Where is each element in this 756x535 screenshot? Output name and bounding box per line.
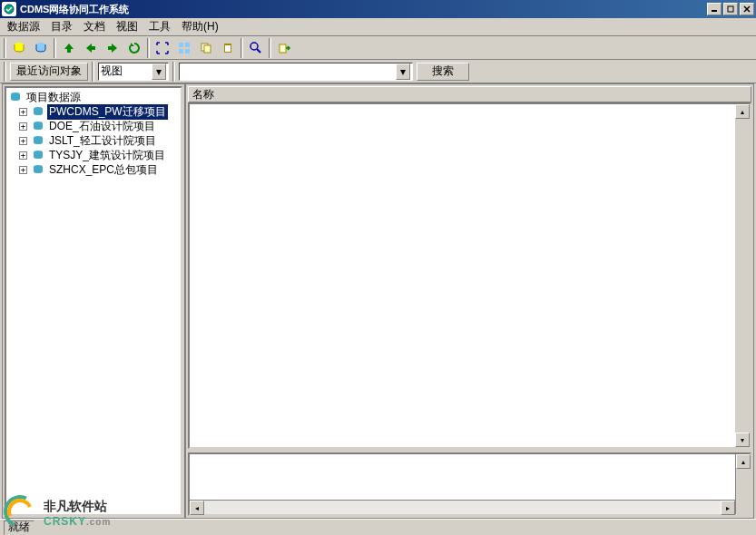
content-area: 名称 ▴ ▾ ▴ ◂ ▸ — [186, 84, 753, 518]
search-icon[interactable] — [246, 38, 266, 58]
datasource2-icon[interactable] — [31, 38, 51, 58]
forward-icon[interactable] — [103, 38, 123, 58]
expand-icon[interactable]: + — [19, 108, 27, 116]
search-combo[interactable]: ▾ — [179, 63, 413, 81]
folder-icon — [31, 105, 45, 118]
window-title: CDMS网络协同工作系统 — [20, 3, 705, 16]
folder-icon — [31, 149, 45, 161]
maximize-button[interactable] — [723, 3, 738, 15]
app-icon — [2, 2, 16, 16]
expand-icon[interactable]: + — [19, 151, 27, 160]
minimize-button[interactable] — [707, 3, 722, 15]
grid-icon[interactable] — [174, 38, 194, 58]
search-input[interactable] — [180, 63, 396, 80]
svg-rect-12 — [204, 45, 211, 53]
expand-icon[interactable]: + — [19, 137, 27, 145]
scroll-up-icon[interactable]: ▴ — [735, 104, 750, 119]
tree-item-label: TYSJY_建筑设计院项目 — [47, 148, 167, 163]
view-combo-input[interactable] — [99, 63, 152, 80]
tree-item[interactable]: + DOE_石油设计院项目 — [19, 119, 179, 133]
vertical-scrollbar[interactable]: ▴ — [735, 454, 750, 514]
expand-icon[interactable]: + — [19, 122, 27, 131]
scroll-down-icon[interactable]: ▾ — [735, 433, 750, 447]
chevron-down-icon[interactable]: ▾ — [152, 63, 166, 80]
tree-item-label: DOE_石油设计院项目 — [47, 119, 157, 134]
back-icon[interactable] — [81, 38, 101, 58]
svg-rect-2 — [728, 6, 733, 12]
status-bar: 就绪 — [0, 519, 756, 535]
tree-view[interactable]: 项目数据源 + PWCDMS_PW迁移项目 + DOE_石油设计院项目 + — [5, 86, 182, 516]
svg-rect-14 — [225, 45, 231, 52]
search-button[interactable]: 搜索 — [417, 63, 469, 81]
tree-root-label: 项目数据源 — [25, 90, 83, 105]
copy-icon[interactable] — [196, 38, 216, 58]
main-area: 项目数据源 + PWCDMS_PW迁移项目 + DOE_石油设计院项目 + — [2, 83, 754, 519]
status-text: 就绪 — [4, 520, 34, 535]
bottom-panel: ▴ ◂ ▸ — [188, 452, 751, 516]
folder-icon — [31, 134, 45, 147]
tree-item-label: JSLT_轻工设计院项目 — [47, 133, 158, 149]
menu-tools[interactable]: 工具 — [143, 17, 176, 36]
svg-rect-9 — [179, 49, 183, 54]
tree-item-label: SZHCX_EPC总包项目 — [47, 162, 160, 178]
expand-icon[interactable] — [152, 38, 172, 58]
menu-datasource[interactable]: 数据源 — [2, 17, 45, 36]
tree-item-label: PWCDMS_PW迁移项目 — [47, 104, 168, 120]
chevron-down-icon[interactable]: ▾ — [396, 63, 410, 80]
toolbar-search: 最近访问对象 ▾ ▾ 搜索 — [0, 60, 756, 83]
scroll-up-icon[interactable]: ▴ — [736, 454, 751, 469]
svg-point-15 — [250, 43, 258, 50]
menu-help[interactable]: 帮助(H) — [176, 17, 224, 36]
toolbar-main — [0, 36, 756, 60]
menu-catalog[interactable]: 目录 — [45, 17, 78, 36]
tree-root-node[interactable]: 项目数据源 — [8, 90, 179, 104]
recent-objects-button[interactable]: 最近访问对象 — [10, 63, 88, 81]
database-icon — [8, 91, 23, 103]
svg-rect-17 — [280, 44, 286, 53]
refresh-icon[interactable] — [124, 38, 144, 58]
close-button[interactable] — [740, 3, 754, 15]
tree-item[interactable]: + TYSJY_建筑设计院项目 — [19, 148, 179, 162]
list-column-header[interactable]: 名称 — [188, 86, 751, 102]
view-combo[interactable]: ▾ — [98, 63, 169, 81]
paste-icon[interactable] — [218, 38, 238, 58]
tree-item[interactable]: + PWCDMS_PW迁移项目 — [19, 104, 179, 119]
menu-document[interactable]: 文档 — [78, 17, 111, 36]
datasource-icon[interactable] — [9, 38, 29, 58]
scroll-right-icon[interactable]: ▸ — [721, 501, 735, 515]
sidebar: 项目数据源 + PWCDMS_PW迁移项目 + DOE_石油设计院项目 + — [3, 84, 186, 518]
folder-icon — [31, 120, 45, 132]
scroll-left-icon[interactable]: ◂ — [190, 501, 204, 515]
svg-line-16 — [257, 49, 260, 53]
export-icon[interactable] — [274, 38, 294, 58]
svg-rect-10 — [185, 49, 190, 54]
tree-item[interactable]: + JSLT_轻工设计院项目 — [19, 133, 179, 148]
menu-bar: 数据源 目录 文档 视图 工具 帮助(H) — [0, 18, 756, 36]
up-icon[interactable] — [59, 38, 79, 58]
menu-view[interactable]: 视图 — [111, 17, 143, 36]
svg-rect-7 — [179, 43, 183, 47]
tree-item[interactable]: + SZHCX_EPC总包项目 — [19, 162, 179, 177]
horizontal-scrollbar[interactable]: ◂ ▸ — [190, 500, 735, 514]
title-bar: CDMS网络协同工作系统 — [0, 0, 756, 18]
svg-rect-8 — [185, 43, 190, 47]
expand-icon[interactable]: + — [19, 166, 27, 174]
folder-icon — [31, 163, 45, 176]
list-body[interactable]: ▴ ▾ — [188, 102, 751, 449]
